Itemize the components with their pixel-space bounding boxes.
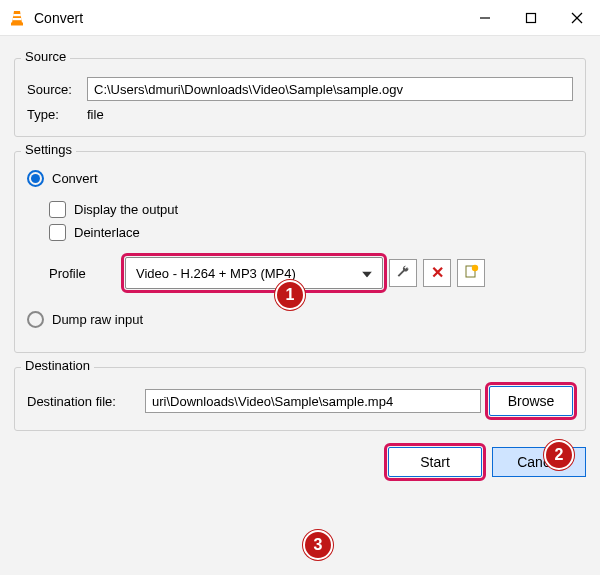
annotation-badge-2: 2 bbox=[544, 440, 574, 470]
annotation-badge-1: 1 bbox=[275, 280, 305, 310]
annotation-badge-3: 3 bbox=[303, 530, 333, 560]
convert-radio-label: Convert bbox=[52, 171, 98, 186]
maximize-button[interactable] bbox=[508, 0, 554, 35]
destination-file-input[interactable] bbox=[145, 389, 481, 413]
dump-raw-label: Dump raw input bbox=[52, 312, 143, 327]
profile-combobox[interactable]: Video - H.264 + MP3 (MP4) bbox=[125, 257, 383, 289]
source-group-label: Source bbox=[21, 49, 70, 64]
dump-raw-radio[interactable]: Dump raw input bbox=[27, 311, 573, 328]
settings-group: Settings Convert Display the output Dein… bbox=[14, 151, 586, 353]
display-output-checkbox[interactable]: Display the output bbox=[49, 201, 573, 218]
window-controls bbox=[462, 0, 600, 35]
minimize-button[interactable] bbox=[462, 0, 508, 35]
profile-label: Profile bbox=[49, 266, 119, 281]
svg-rect-3 bbox=[11, 22, 23, 25]
source-group: Source Source: Type: file bbox=[14, 58, 586, 137]
checkbox-icon bbox=[49, 224, 66, 241]
delete-profile-button[interactable]: ✕ bbox=[423, 259, 451, 287]
display-output-label: Display the output bbox=[74, 202, 178, 217]
chevron-down-icon bbox=[362, 266, 372, 281]
wrench-icon bbox=[395, 264, 411, 283]
start-button[interactable]: Start bbox=[388, 447, 482, 477]
start-button-label: Start bbox=[420, 454, 450, 470]
svg-marker-8 bbox=[362, 272, 372, 278]
destination-file-label: Destination file: bbox=[27, 394, 137, 409]
new-profile-button[interactable] bbox=[457, 259, 485, 287]
deinterlace-checkbox[interactable]: Deinterlace bbox=[49, 224, 573, 241]
radio-icon bbox=[27, 170, 44, 187]
window-title: Convert bbox=[34, 10, 83, 26]
radio-icon bbox=[27, 311, 44, 328]
deinterlace-label: Deinterlace bbox=[74, 225, 140, 240]
type-value: file bbox=[87, 107, 104, 122]
type-label: Type: bbox=[27, 107, 87, 122]
browse-button[interactable]: Browse bbox=[489, 386, 573, 416]
browse-button-label: Browse bbox=[508, 393, 555, 409]
new-file-icon bbox=[464, 264, 479, 282]
svg-rect-5 bbox=[527, 13, 536, 22]
svg-point-10 bbox=[471, 265, 477, 271]
convert-radio[interactable]: Convert bbox=[27, 170, 573, 187]
vlc-icon bbox=[8, 9, 26, 27]
source-label: Source: bbox=[27, 82, 87, 97]
title-bar: Convert bbox=[0, 0, 600, 36]
x-icon: ✕ bbox=[431, 265, 444, 281]
settings-group-label: Settings bbox=[21, 142, 76, 157]
source-input[interactable] bbox=[87, 77, 573, 101]
svg-rect-2 bbox=[13, 18, 22, 20]
destination-group-label: Destination bbox=[21, 358, 94, 373]
svg-marker-0 bbox=[12, 11, 22, 23]
destination-group: Destination Destination file: Browse bbox=[14, 367, 586, 431]
checkbox-icon bbox=[49, 201, 66, 218]
close-button[interactable] bbox=[554, 0, 600, 35]
svg-rect-1 bbox=[13, 14, 21, 16]
profile-value: Video - H.264 + MP3 (MP4) bbox=[136, 266, 296, 281]
edit-profile-button[interactable] bbox=[389, 259, 417, 287]
